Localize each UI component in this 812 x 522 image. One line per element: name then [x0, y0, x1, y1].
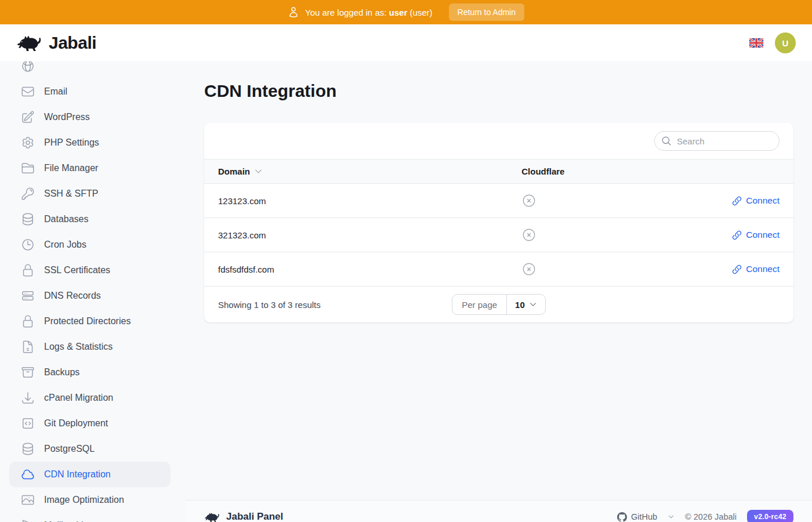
- envelope-icon: [21, 85, 35, 99]
- language-selector[interactable]: [749, 38, 763, 48]
- table-row: 321323.com Connect: [204, 218, 793, 252]
- sidebar-item-label: Image Optimization: [44, 495, 124, 505]
- sidebar-item-label: DNS Records: [44, 291, 101, 301]
- key-icon: [21, 187, 35, 201]
- chevron-down-icon: [668, 513, 675, 520]
- boar-logo-icon: [16, 33, 43, 53]
- sidebar-item-label: Logs & Statistics: [44, 342, 113, 352]
- sidebar-item-label: CDN Integration: [44, 469, 111, 480]
- x-circle-icon: [521, 262, 536, 277]
- document-text-icon: [21, 340, 35, 354]
- sidebar-item-cdn-integration[interactable]: CDN Integration: [9, 462, 171, 487]
- sort-chevron-icon: [254, 167, 263, 176]
- sidebar-item-cron-jobs[interactable]: Cron Jobs: [9, 232, 171, 258]
- lock-icon: [21, 263, 35, 277]
- download-tray-icon: [21, 391, 35, 405]
- copyright-text: © 2026 Jabali: [685, 512, 737, 521]
- server-icon: [21, 289, 35, 303]
- sidebar-item-image-optimization[interactable]: Image Optimization: [9, 487, 171, 513]
- sidebar-item-label: Protected Directories: [44, 316, 130, 327]
- database-icon: [21, 212, 35, 226]
- domains-table: Domain Cloudflare 123123.com: [204, 159, 793, 287]
- sidebar-item-label: Databases: [44, 214, 89, 224]
- x-circle-icon: [521, 193, 536, 208]
- cloud-icon: [21, 467, 35, 481]
- per-page-select[interactable]: Per page 10: [452, 294, 546, 315]
- cdn-table-card: Domain Cloudflare 123123.com: [204, 123, 793, 322]
- page-footer: Jabali Panel GitHub © 2026 Jabali v2.0-r…: [186, 500, 812, 522]
- sidebar-item-label: PostgreSQL: [44, 444, 95, 454]
- footer-brand: Jabali Panel: [204, 511, 283, 522]
- sidebar-item-label: Backups: [44, 367, 79, 378]
- search-input[interactable]: [654, 131, 780, 151]
- pencil-square-icon: [21, 110, 35, 124]
- sidebar-item-mailing-lists[interactable]: Mailing Lists: [9, 513, 171, 522]
- sidebar-item-protected-directories[interactable]: Protected Directories: [9, 309, 171, 334]
- domain-cell: fdsfsdfdsf.com: [204, 252, 507, 287]
- sidebar-item-label: File Manager: [44, 163, 98, 173]
- boar-logo-icon: [204, 511, 220, 522]
- column-header-domain[interactable]: Domain: [204, 160, 507, 184]
- github-icon: [617, 512, 627, 522]
- sidebar-item-php-settings[interactable]: PHP Settings: [9, 130, 171, 155]
- sidebar-item-email[interactable]: Email: [9, 79, 171, 104]
- brand-logo[interactable]: Jabali: [16, 33, 96, 53]
- clock-icon: [21, 238, 35, 252]
- user-avatar[interactable]: U: [775, 32, 796, 53]
- brand-name: Jabali: [49, 33, 96, 53]
- globe-icon: [21, 61, 35, 73]
- lock-icon: [21, 314, 35, 328]
- per-page-value: 10: [515, 300, 525, 310]
- connect-link[interactable]: Connect: [732, 264, 780, 274]
- search-icon: [661, 136, 672, 146]
- connect-link[interactable]: Connect: [732, 195, 780, 206]
- archive-box-icon: [21, 365, 35, 379]
- app-header: Jabali U: [0, 24, 812, 61]
- link-icon: [732, 196, 742, 206]
- results-summary: Showing 1 to 3 of 3 results: [218, 300, 321, 310]
- sidebar-item-label: WordPress: [44, 112, 90, 122]
- connect-link[interactable]: Connect: [732, 230, 780, 240]
- user-icon: [288, 6, 299, 18]
- footer-brand-name: Jabali Panel: [226, 511, 283, 522]
- sidebar-item-databases[interactable]: Databases: [9, 206, 171, 232]
- uk-flag-icon: [749, 38, 763, 48]
- sidebar-item-ssl-certificates[interactable]: SSL Certificates: [9, 258, 171, 283]
- sidebar-item-dns-records[interactable]: DNS Records: [9, 283, 171, 309]
- folder-icon: [21, 161, 35, 175]
- sidebar-item-partial[interactable]: [9, 61, 171, 79]
- code-bracket-icon: [21, 416, 35, 430]
- x-circle-icon: [521, 227, 536, 242]
- sidebar-item-label: cPanel Migration: [44, 393, 113, 403]
- sidebar-item-label: PHP Settings: [44, 137, 99, 148]
- login-message: You are logged in as: user (user): [305, 8, 433, 17]
- column-header-cloudflare: Cloudflare: [507, 160, 793, 184]
- sidebar-item-label: Cron Jobs: [44, 240, 86, 250]
- login-username: user: [389, 8, 408, 17]
- domain-cell: 123123.com: [204, 184, 507, 218]
- gear-icon: [21, 136, 35, 150]
- sidebar-item-git-deployment[interactable]: Git Deployment: [9, 411, 171, 436]
- return-to-admin-button[interactable]: Return to Admin: [449, 3, 524, 21]
- impersonation-banner: You are logged in as: user (user) Return…: [0, 0, 812, 24]
- github-link[interactable]: GitHub: [617, 512, 657, 522]
- paper-plane-icon: [21, 519, 35, 522]
- sidebar-item-label: Email: [44, 86, 67, 97]
- sidebar-item-logs-statistics[interactable]: Logs & Statistics: [9, 334, 171, 360]
- sidebar-item-cpanel-migration[interactable]: cPanel Migration: [9, 385, 171, 411]
- sidebar-item-postgresql[interactable]: PostgreSQL: [9, 436, 171, 462]
- sidebar-item-label: SSL Certificates: [44, 265, 110, 276]
- sidebar-item-label: Git Deployment: [44, 418, 108, 429]
- version-badge[interactable]: v2.0-rc42: [747, 510, 793, 522]
- chevron-down-icon: [529, 300, 537, 309]
- sidebar-item-wordpress[interactable]: WordPress: [9, 104, 171, 130]
- sidebar-nav: Email WordPress PHP Settings File Manage…: [0, 61, 186, 522]
- link-icon: [732, 264, 742, 274]
- sidebar-item-ssh-sftp[interactable]: SSH & SFTP: [9, 181, 171, 206]
- domain-cell: 321323.com: [204, 218, 507, 252]
- link-icon: [732, 230, 742, 240]
- sidebar-item-backups[interactable]: Backups: [9, 360, 171, 385]
- sidebar-item-file-manager[interactable]: File Manager: [9, 155, 171, 181]
- database-icon: [21, 442, 35, 456]
- table-row: 123123.com Connect: [204, 184, 793, 218]
